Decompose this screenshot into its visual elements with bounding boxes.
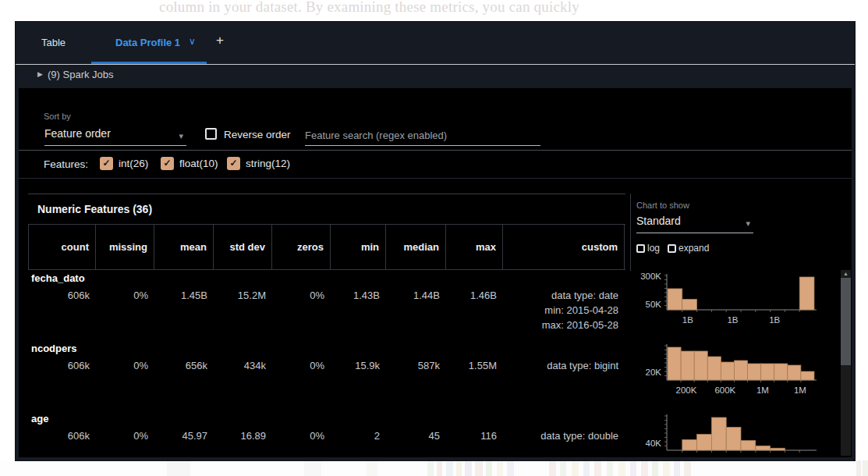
background-stripe [167,460,190,476]
scroll-up-icon[interactable]: ▲ [841,270,851,278]
stat-std-dev: 434k [214,358,272,373]
log-checkbox[interactable] [636,244,645,253]
custom-line: max: 2016-05-28 [503,318,618,332]
svg-text:1B: 1B [769,315,780,325]
column-header-zeros: zeros [272,225,331,269]
background-stripe [427,460,434,476]
stat-max: 1.46B [446,288,503,332]
chevron-down-icon: ▾ [179,131,183,141]
background-stripe [630,460,636,476]
chart-type-select[interactable]: Standard ▾ [636,215,753,233]
checkbox-checked-icon[interactable]: ✓ [100,157,113,170]
collapse-caret-icon[interactable]: ▶ [37,70,43,78]
background-stripe [618,460,625,476]
svg-text:1B: 1B [727,315,738,325]
tab-data-profile[interactable]: Data Profile 1 [115,37,180,48]
checkbox-checked-icon[interactable]: ✓ [161,157,174,170]
column-header-min: min [331,225,386,269]
stat-min: 2 [331,428,386,443]
stat-min: 15.9k [331,358,386,373]
stat-median: 1.44B [386,288,446,332]
feature-row-ncodpers: ncodpers606k0%656k434k0%15.9k587k1.55Mda… [19,340,852,410]
add-tab-button[interactable]: + [216,33,224,48]
custom-line: data type: double [503,428,618,443]
divider [19,178,852,179]
background-stripe [674,460,680,476]
profile-content: Sort by Feature order ▾ Reverse order Fe… [19,88,852,457]
reverse-order-label: Reverse order [224,129,291,140]
background-stripe [465,460,472,476]
column-header-median: median [386,225,446,269]
sort-by-label: Sort by [44,112,71,121]
stat-zeros: 0% [272,288,331,332]
background-article-text: column in your dataset. By examining the… [159,0,721,16]
background-stripe [560,460,566,476]
stat-zeros: 0% [272,358,331,373]
stat-median: 587k [386,358,446,373]
chart-controls: Chart to show Standard ▾ logexpand [630,194,844,271]
column-header-std-dev: std dev [214,225,272,269]
stat-custom: data type: bigint [503,358,625,373]
background-stripe [641,460,648,476]
svg-text:40K: 40K [646,439,662,448]
feature-filter-string[interactable]: ✓string(12) [227,156,290,170]
feature-filter-int[interactable]: ✓int(26) [100,156,148,170]
tab-bar: Table Data Profile 1 ∨ + [16,22,855,64]
stat-std-dev: 15.2M [214,288,272,332]
background-stripe [507,460,514,476]
svg-text:200K: 200K [676,385,697,395]
background-stripe [367,460,377,476]
column-header-max: max [446,225,503,269]
feature-filter-float[interactable]: ✓float(10) [161,156,218,170]
expand-checkbox[interactable] [668,244,676,253]
tab-table[interactable]: Table [41,37,66,48]
background-stripe [607,460,613,476]
stat-min: 1.43B [331,288,386,332]
background-stripe [486,460,492,476]
sort-order-select[interactable]: Feature order ▾ [44,127,186,146]
stat-max: 116 [446,428,503,443]
table-header-row: countmissingmeanstd devzerosminmedianmax… [28,224,625,270]
column-header-mean: mean [154,225,214,269]
background-stripe [583,460,590,476]
stat-count: 606k [28,358,96,373]
column-header-missing: missing [96,225,154,269]
spark-jobs-row[interactable]: ▶ (9) Spark Jobs [16,65,855,88]
background-stripe [437,460,442,476]
background-stripe [652,460,658,476]
stat-count: 606k [28,428,96,443]
feature-filter-label: string(12) [246,158,290,169]
svg-text:1M: 1M [794,385,806,395]
chevron-down-icon[interactable]: ∨ [189,36,196,47]
checkbox-checked-icon[interactable]: ✓ [227,157,240,170]
stat-custom: data type: double [503,428,625,443]
background-stripe [549,460,556,476]
stat-mean: 656k [154,358,214,373]
feature-search-input[interactable] [305,126,540,146]
background-stripe [446,460,453,476]
reverse-order-checkbox[interactable] [205,128,217,140]
chart-options: logexpand [636,243,709,254]
background-stripe [594,460,601,476]
background-stripe [684,460,691,476]
custom-line: min: 2015-04-28 [503,303,618,318]
background-image-strip [0,460,868,476]
histogram-ncodpers: 20K200K600K1M1M [630,340,825,409]
feature-rows: fecha_dato606k0%1.45B15.2M0%1.43B1.44B1.… [19,270,852,457]
expand-label: expand [678,243,709,254]
background-stripe [663,460,670,476]
custom-line: data type: bigint [503,358,618,373]
stat-custom: data type: datemin: 2015-04-28max: 2016-… [503,288,625,332]
scrollbar-thumb[interactable] [841,278,851,365]
stat-count: 606k [28,288,96,332]
svg-text:300K: 300K [640,272,661,281]
data-profile-panel: Table Data Profile 1 ∨ + ▶ (9) Spark Job… [16,22,855,460]
vertical-scrollbar[interactable]: ▲ [841,270,851,456]
svg-text:1M: 1M [756,385,769,395]
chevron-down-icon: ▾ [746,218,750,229]
svg-text:1B: 1B [682,315,693,325]
numeric-features-table: Numeric Features (36) countmissingmeanst… [28,194,625,270]
svg-text:20K: 20K [646,368,662,377]
chart-to-show-label: Chart to show [636,201,689,210]
stat-median: 45 [386,428,446,443]
